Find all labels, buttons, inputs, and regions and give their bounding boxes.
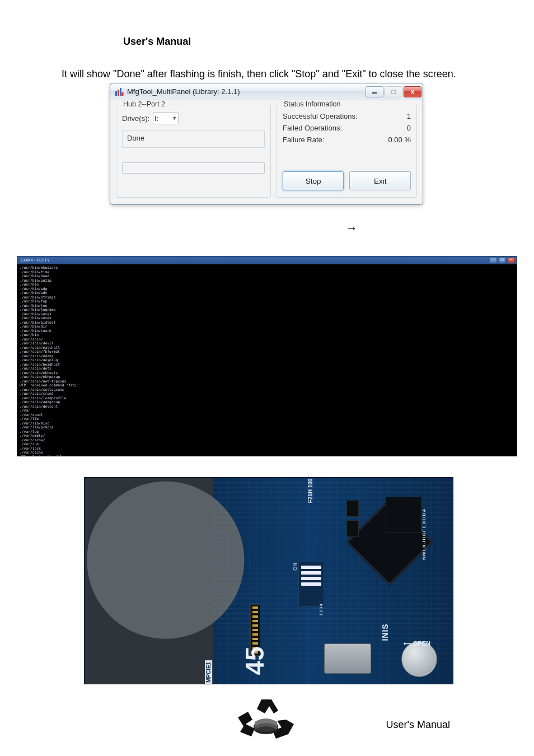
dip-switch [298,562,324,606]
arrow-right-icon: → [345,221,358,236]
terminal-close-icon: × [507,258,515,263]
hub-fieldset: Hub 2--Port 2 Drive(s): I: ▼ Done [116,105,271,198]
failed-label: Failed Operations: [283,124,342,132]
circuit-board-photo: ON 1 2 3 4 45 INIS OPEN F25H 100 16V MPC… [84,477,453,684]
chevron-down-icon: ▼ [172,115,177,121]
app-icon [115,87,124,96]
silk-letters: NMLKJHGFEDCBA [421,508,426,559]
minimize-icon [372,90,377,94]
footer-text: User's Manual [386,719,450,731]
drive-row: Drive(s): I: ▼ [122,112,265,124]
hub-legend: Hub 2--Port 2 [121,100,167,108]
exit-button[interactable]: Exit [349,171,411,190]
svg-rect-5 [391,90,396,94]
terminal-titlebar: COM4 - PuTTY – □ × [17,256,517,264]
recycle-icon [218,697,313,748]
terminal-screenshot: COM4 - PuTTY – □ × ./usr/bin/mkudisks ./… [17,256,517,456]
chip-small [346,520,359,537]
silk-open: OPEN [404,640,430,647]
terminal-minimize-icon: – [489,258,497,263]
dip-numbers: 1 2 3 4 [318,604,323,615]
silk-mpcie1: MPCIE1 [205,660,212,684]
status-row-failed: Failed Operations: 0 [283,124,411,132]
status-text-box: Done [122,130,265,148]
close-icon: x [411,88,415,96]
svg-rect-3 [122,92,124,96]
action-buttons: Stop Exit [283,166,411,190]
drive-label: Drive(s): [122,114,149,123]
window-body: Hub 2--Port 2 Drive(s): I: ▼ Done Status… [110,100,423,204]
rate-label: Failure Rate: [283,136,324,144]
dip-on-label: ON [292,563,297,571]
drive-value: I: [154,114,158,123]
titlebar: MfgTool_MultiPanel (Library: 2.1.1) x [110,83,423,100]
silk-45: 45 [240,646,270,675]
chip-square [386,497,421,533]
svg-rect-0 [115,91,117,96]
window-title: MfgTool_MultiPanel (Library: 2.1.1) [127,87,366,96]
window-buttons: x [366,86,421,97]
terminal-output: ./usr/bin/mkudisks ./usr/bin/time ./usr/… [17,264,517,456]
stop-button[interactable]: Stop [283,171,344,190]
close-button[interactable]: x [404,86,421,97]
success-value: 1 [407,112,411,120]
rate-value: 0.00 % [388,136,411,144]
failed-value: 0 [407,124,411,132]
svg-rect-1 [118,90,119,96]
drive-select[interactable]: I: ▼ [153,112,179,124]
progress-bar [122,162,265,174]
status-row-rate: Failure Rate: 0.00 % [283,136,411,144]
chip-small [346,500,359,517]
minimize-button[interactable] [366,86,383,97]
status-fieldset: Status Information Successful Operations… [277,105,417,198]
svg-rect-2 [120,88,121,96]
success-label: Successful Operations: [283,112,358,120]
silk-f25h: F25H 100 16V [308,477,313,503]
status-legend: Status Information [282,100,343,108]
svg-rect-4 [372,92,377,94]
silk-inis: INIS [380,623,389,641]
mfgtool-window: MfgTool_MultiPanel (Library: 2.1.1) x Hu… [110,83,423,205]
terminal-title: COM4 - PuTTY [21,258,50,263]
maximize-icon [391,90,396,94]
sd-slot [324,643,371,674]
terminal-maximize-icon: □ [498,258,506,263]
intro-paragraph: It will show "Done" after flashing is fi… [62,68,456,80]
maximize-button[interactable] [385,86,402,97]
header-title: User's Manual [123,36,191,48]
status-row-success: Successful Operations: 1 [283,112,411,120]
done-text: Done [127,134,144,142]
